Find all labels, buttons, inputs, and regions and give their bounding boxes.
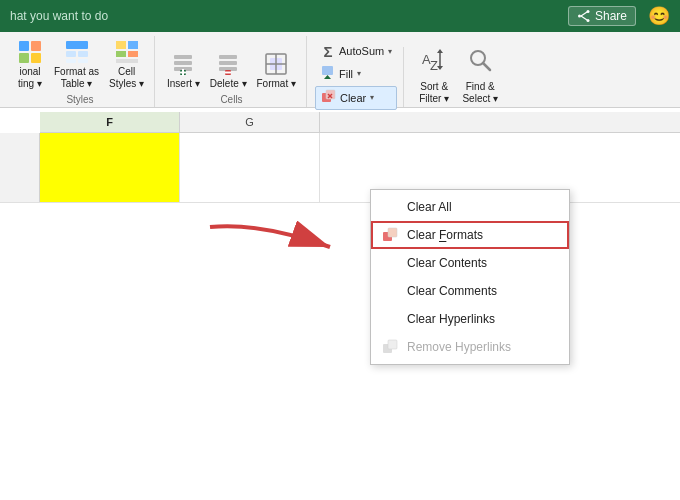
- svg-rect-12: [66, 59, 76, 63]
- autosum-icon: Σ: [320, 43, 336, 60]
- svg-rect-16: [116, 51, 126, 57]
- clear-formats-label: Clear Formats: [407, 228, 557, 242]
- svg-line-46: [483, 63, 490, 70]
- cells-group-label: Cells: [163, 94, 300, 105]
- autosum-arrow: ▾: [388, 47, 392, 56]
- conditional-icon: [16, 38, 44, 66]
- svg-rect-6: [31, 41, 41, 51]
- clear-comments-icon: [381, 282, 399, 300]
- sort-icon: AZ: [420, 46, 448, 80]
- sort-filter-button[interactable]: AZ Sort &Filter ▾: [412, 47, 456, 103]
- svg-rect-8: [31, 53, 41, 63]
- remove-hyperlinks-item: Remove Hyperlinks: [371, 333, 569, 361]
- conditional-formatting-button[interactable]: ionalting ▾: [12, 36, 48, 92]
- share-label: Share: [595, 9, 627, 23]
- svg-rect-7: [19, 53, 29, 63]
- svg-rect-19: [174, 55, 192, 59]
- delete-button[interactable]: Delete ▾: [206, 36, 251, 92]
- clear-comments-label: Clear Comments: [407, 284, 557, 298]
- clear-all-item[interactable]: Clear All: [371, 193, 569, 221]
- svg-text:Z: Z: [430, 58, 438, 73]
- clear-hyperlinks-icon: [381, 310, 399, 328]
- format-button[interactable]: Format ▾: [253, 36, 300, 92]
- clear-hyperlinks-label: Clear Hyperlinks: [407, 312, 557, 326]
- svg-rect-9: [66, 41, 88, 49]
- remove-hyperlinks-label: Remove Hyperlinks: [407, 340, 557, 354]
- ribbon-group-styles: ionalting ▾ Format asTable ▾ CellStyles …: [6, 36, 155, 107]
- svg-marker-35: [324, 75, 331, 79]
- svg-point-2: [578, 15, 581, 18]
- clear-formats-icon: [381, 226, 399, 244]
- cell-styles-button[interactable]: CellStyles ▾: [105, 36, 148, 92]
- col-header-f: F: [40, 112, 180, 132]
- format-table-label: Format asTable ▾: [54, 66, 99, 90]
- col-header-g: G: [180, 112, 320, 132]
- find-select-button[interactable]: Find &Select ▾: [458, 47, 502, 103]
- fill-icon: [320, 65, 336, 83]
- ribbon-group-sort: AZ Sort &Filter ▾ Find &Select ▾: [406, 47, 508, 107]
- conditional-label: ionalting ▾: [18, 66, 42, 90]
- svg-rect-13: [78, 59, 88, 63]
- ribbon: ionalting ▾ Format asTable ▾ CellStyles …: [0, 32, 680, 108]
- svg-rect-5: [19, 41, 29, 51]
- insert-icon: [169, 50, 197, 78]
- svg-line-3: [581, 12, 587, 16]
- svg-rect-17: [128, 51, 138, 57]
- clear-all-icon: [381, 198, 399, 216]
- sort-filter-label: Sort &Filter ▾: [419, 81, 449, 105]
- format-as-table-button[interactable]: Format asTable ▾: [50, 36, 103, 92]
- format-label: Format ▾: [257, 78, 296, 90]
- cell-f1[interactable]: [40, 133, 180, 202]
- autosum-button[interactable]: Σ AutoSum ▾: [315, 41, 397, 62]
- fill-button[interactable]: Fill ▾: [315, 63, 397, 85]
- clear-contents-item[interactable]: Clear Contents: [371, 249, 569, 277]
- autosum-label: AutoSum: [339, 45, 384, 57]
- svg-rect-26: [219, 61, 237, 65]
- find-select-label: Find &Select ▾: [462, 81, 498, 105]
- ribbon-row: ionalting ▾ Format asTable ▾ CellStyles …: [6, 36, 674, 107]
- ribbon-area: ionalting ▾ Format asTable ▾ CellStyles …: [0, 32, 680, 108]
- insert-button[interactable]: Insert ▾: [163, 36, 204, 92]
- clear-dropdown-menu: Clear All Clear Formats Clear Contents C…: [370, 189, 570, 365]
- svg-rect-50: [388, 340, 397, 349]
- editing-stack: Σ AutoSum ▾ Fill ▾: [315, 47, 397, 103]
- sheet-rows: [0, 133, 680, 203]
- smiley-icon: 😊: [648, 5, 670, 27]
- styles-group-label: Styles: [12, 94, 148, 105]
- share-button[interactable]: Share: [568, 6, 636, 26]
- clear-all-label: Clear All: [407, 200, 557, 214]
- svg-rect-10: [66, 51, 76, 57]
- clear-formats-item[interactable]: Clear Formats: [371, 221, 569, 249]
- svg-rect-11: [78, 51, 88, 57]
- format-icon: [262, 50, 290, 78]
- delete-label: Delete ▾: [210, 78, 247, 90]
- clear-icon: [321, 89, 337, 107]
- clear-contents-icon: [381, 254, 399, 272]
- clear-comments-item[interactable]: Clear Comments: [371, 277, 569, 305]
- svg-rect-18: [116, 59, 138, 63]
- ribbon-group-cells: Insert ▾ Delete ▾ Format ▾: [157, 36, 307, 107]
- arrow-overlay: [200, 217, 380, 280]
- column-headers: F G: [40, 112, 680, 133]
- ribbon-group-editing: Σ AutoSum ▾ Fill ▾: [309, 47, 404, 107]
- svg-rect-48: [388, 228, 397, 237]
- share-icon: [577, 9, 591, 23]
- format-table-icon: [63, 38, 91, 66]
- delete-icon: [214, 50, 242, 78]
- clear-hyperlinks-item[interactable]: Clear Hyperlinks: [371, 305, 569, 333]
- clear-arrow: ▾: [370, 93, 374, 102]
- clear-contents-label: Clear Contents: [407, 256, 557, 270]
- svg-rect-34: [322, 66, 333, 75]
- svg-marker-44: [437, 49, 443, 53]
- remove-hyperlinks-icon: [381, 338, 399, 356]
- clear-label: Clear: [340, 92, 366, 104]
- insert-label: Insert ▾: [167, 78, 200, 90]
- fill-label: Fill: [339, 68, 353, 80]
- spreadsheet: F G: [0, 112, 680, 203]
- svg-rect-14: [116, 41, 126, 49]
- row-number: [0, 133, 40, 202]
- cell-g1[interactable]: [180, 133, 320, 202]
- clear-button[interactable]: Clear ▾: [315, 86, 397, 110]
- table-row: [0, 133, 680, 203]
- svg-rect-25: [219, 55, 237, 59]
